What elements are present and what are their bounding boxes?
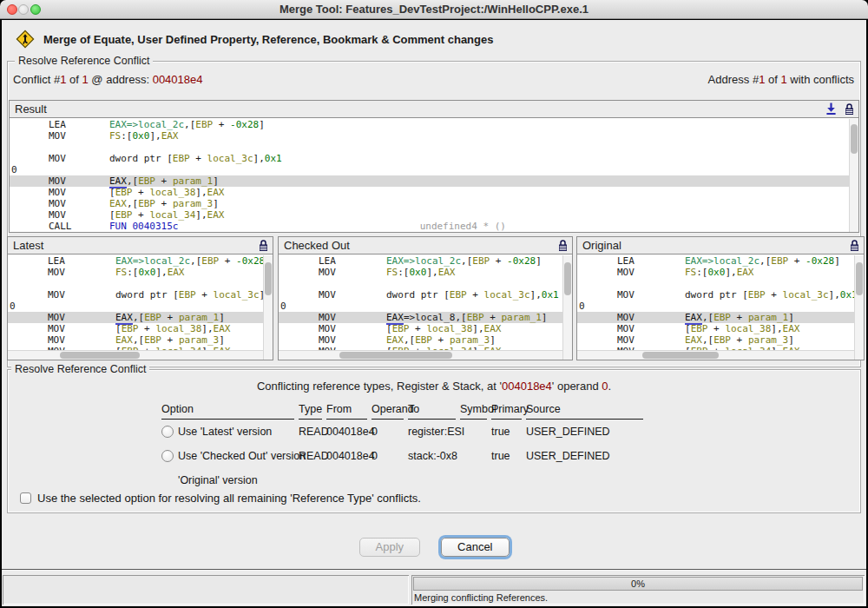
status-divider bbox=[2, 569, 866, 571]
column-header-primary: Primary bbox=[491, 401, 522, 420]
group-title: Resolve Reference Conflict bbox=[15, 55, 153, 67]
latest-vertical-scrollbar[interactable] bbox=[263, 255, 273, 360]
original-listing[interactable]: LEAEAX=>local_2c,[EBP + -0x28]MOVFS:[0x0… bbox=[577, 255, 854, 350]
conflict-counters: Conflict #1 of 1 @ address: 004018e4 Add… bbox=[7, 73, 861, 87]
conflict-summary: Conflicting reference types, Register & … bbox=[8, 380, 860, 393]
latest-horizontal-scrollbar[interactable] bbox=[8, 350, 263, 360]
cell-source: USER_DEFINED bbox=[526, 444, 648, 468]
reference-conflict-table: Option Type From Operand To Symbol Prima… bbox=[161, 401, 648, 492]
checked-out-horizontal-scrollbar[interactable] bbox=[279, 350, 562, 360]
checked-out-panel-title: Checked Out bbox=[284, 239, 350, 252]
option-label[interactable]: Use 'Latest' version bbox=[178, 426, 272, 438]
cell-operand: 0 bbox=[372, 444, 408, 468]
banner-text: Merge of Equate, User Defined Property, … bbox=[43, 33, 493, 46]
latest-listing[interactable]: LEAEAX=>local_2c,[EBP + -0x28]MOVFS:[0x0… bbox=[8, 255, 263, 350]
merge-phase-banner: Merge of Equate, User Defined Property, … bbox=[16, 30, 493, 49]
cancel-button[interactable]: Cancel bbox=[441, 538, 509, 557]
apply-to-all-row[interactable]: Use the selected option for resolving al… bbox=[20, 492, 421, 505]
latest-panel: Latest LEAEAX=>local_2c,[EBP + -0x28]MOV… bbox=[7, 236, 273, 360]
result-vertical-scrollbar[interactable] bbox=[849, 119, 858, 232]
latest-panel-title: Latest bbox=[13, 239, 43, 252]
cell-from: 004018e4 bbox=[326, 420, 372, 444]
column-header-operand: Operand bbox=[372, 401, 404, 420]
cell-source: USER_DEFINED bbox=[526, 420, 648, 444]
status-bar: 0% Merging conflicting References. bbox=[2, 575, 866, 605]
latest-panel-header: Latest bbox=[8, 237, 273, 254]
resolve-option-group: Resolve Reference Conflict Conflicting r… bbox=[7, 369, 861, 513]
merge-tool-window: Merge Tool: Features_DevTestProject:/Win… bbox=[0, 0, 868, 608]
column-header-type: Type bbox=[299, 401, 322, 420]
use-latest-radio[interactable] bbox=[161, 426, 174, 438]
cell-type: READ bbox=[299, 444, 326, 468]
original-horizontal-scrollbar[interactable] bbox=[577, 350, 854, 360]
table-row[interactable]: 'Original' version bbox=[161, 468, 299, 492]
column-header-source: Source bbox=[526, 401, 643, 420]
option-label[interactable]: Use 'Checked Out' version bbox=[178, 450, 306, 462]
apply-to-all-checkbox[interactable] bbox=[20, 492, 31, 504]
status-panel-right: 0% Merging conflicting References. bbox=[411, 575, 865, 605]
original-panel: Original LEAEAX=>local_2c,[EBP + -0x28]M… bbox=[576, 236, 865, 360]
column-header-option: Option bbox=[161, 401, 294, 420]
cell-primary: true bbox=[491, 444, 526, 468]
lock-icon[interactable] bbox=[258, 239, 269, 252]
lock-icon[interactable] bbox=[844, 102, 855, 116]
checked-out-listing[interactable]: LEAEAX=>local_2c,[EBP + -0x28]MOVFS:[0x0… bbox=[279, 255, 562, 350]
address-counter: Address #1 of 1 with conflicts bbox=[708, 73, 854, 86]
cell-from: 004018e4 bbox=[326, 444, 372, 468]
dialog-buttons: Apply Cancel bbox=[2, 538, 866, 557]
checked-out-panel: Checked Out LEAEAX=>local_2c,[EBP + -0x2… bbox=[278, 236, 573, 360]
merge-arrows-icon bbox=[16, 30, 35, 49]
lock-icon[interactable] bbox=[849, 239, 860, 252]
cell-type: READ bbox=[299, 420, 326, 444]
status-message: Merging conflicting References. bbox=[414, 592, 548, 603]
column-header-symbol: Symbol bbox=[460, 401, 487, 420]
lock-icon[interactable] bbox=[557, 239, 569, 252]
table-row[interactable]: Use 'Checked Out' version bbox=[161, 444, 299, 468]
column-header-to: To bbox=[408, 401, 456, 420]
cell-to: register:ESI bbox=[408, 420, 460, 444]
cell-symbol bbox=[460, 444, 491, 468]
result-panel-header: Result bbox=[10, 101, 858, 118]
window-titlebar[interactable]: Merge Tool: Features_DevTestProject:/Win… bbox=[0, 0, 868, 19]
result-panel-title: Result bbox=[15, 102, 47, 116]
result-panel: Result bbox=[9, 100, 859, 233]
original-panel-header: Original bbox=[577, 237, 864, 254]
cell-operand: 0 bbox=[372, 420, 408, 444]
column-header-from: From bbox=[326, 401, 367, 420]
use-checked-out-radio[interactable] bbox=[161, 450, 174, 462]
original-vertical-scrollbar[interactable] bbox=[854, 255, 864, 360]
merge-progress-bar: 0% bbox=[413, 577, 863, 591]
window-title: Merge Tool: Features_DevTestProject:/Win… bbox=[0, 0, 868, 19]
conflict-counter: Conflict #1 of 1 @ address: 004018e4 bbox=[13, 73, 203, 86]
use-original-option-label[interactable]: 'Original' version bbox=[178, 474, 258, 486]
window-content: Merge of Equate, User Defined Property, … bbox=[2, 20, 866, 606]
checked-out-panel-header: Checked Out bbox=[279, 237, 572, 254]
original-panel-title: Original bbox=[582, 239, 621, 252]
cell-to: stack:-0x8 bbox=[408, 444, 460, 468]
apply-to-all-label: Use the selected option for resolving al… bbox=[37, 492, 421, 505]
table-row[interactable]: Use 'Latest' version bbox=[161, 420, 299, 444]
group-title: Resolve Reference Conflict bbox=[11, 363, 149, 375]
apply-button[interactable]: Apply bbox=[359, 538, 421, 557]
checked-out-vertical-scrollbar[interactable] bbox=[562, 255, 572, 360]
cell-symbol bbox=[460, 420, 491, 444]
cell-primary: true bbox=[491, 420, 526, 444]
scroll-to-bottom-icon[interactable] bbox=[825, 102, 837, 116]
status-panel-left bbox=[3, 575, 409, 605]
result-listing[interactable]: LEAEAX=>local_2c,[EBP + -0x28]MOVFS:[0x0… bbox=[10, 119, 849, 232]
